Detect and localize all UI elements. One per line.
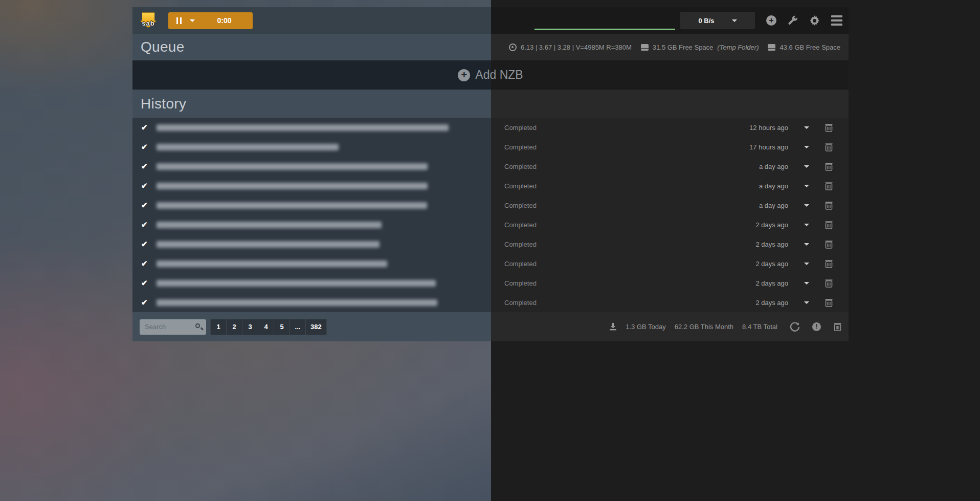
sab-logo[interactable]: sab xyxy=(139,11,158,30)
pause-button-group[interactable]: 0:00 xyxy=(168,12,253,29)
row-delete-button[interactable] xyxy=(825,298,849,307)
speed-limit-button[interactable]: 0 B/s xyxy=(680,12,755,29)
row-delete-button[interactable] xyxy=(825,240,849,249)
row-delete-button[interactable] xyxy=(825,201,849,210)
row-expand-button[interactable] xyxy=(788,185,825,187)
pagination-button-ellipsis[interactable]: ... xyxy=(290,319,306,335)
search-icon xyxy=(195,323,200,328)
history-rows: ✔ Completed 12 hours ago ✔ xyxy=(132,118,849,312)
pagination-button-1[interactable]: 1 xyxy=(211,319,227,335)
row-delete-button[interactable] xyxy=(825,143,849,151)
pause-timer[interactable]: 0:00 xyxy=(203,16,253,25)
server-stats: 6.13 | 3.67 | 3.28 | V=4985M R=380M xyxy=(509,43,632,51)
trash-icon xyxy=(825,123,833,132)
history-row: ✔ Completed a day ago xyxy=(132,157,849,176)
hamburger-icon xyxy=(831,15,842,17)
pagination-button-4[interactable]: 4 xyxy=(258,319,274,335)
pagination-button-3[interactable]: 3 xyxy=(242,319,258,335)
history-item-name-cell[interactable]: ✔ xyxy=(132,181,491,190)
history-item-status: Completed xyxy=(491,202,706,209)
row-expand-button[interactable] xyxy=(788,243,825,246)
history-item-status: Completed xyxy=(491,124,706,132)
row-delete-button[interactable] xyxy=(825,259,849,268)
stat-month: 62.2 GB This Month xyxy=(675,323,733,331)
row-expand-button[interactable] xyxy=(788,146,825,148)
history-item-status: Completed xyxy=(491,279,706,287)
history-item-name-cell[interactable]: ✔ xyxy=(132,162,491,171)
history-item-name-cell[interactable]: ✔ xyxy=(132,220,491,229)
history-row: ✔ Completed 2 days ago xyxy=(132,215,849,234)
redacted-item-title xyxy=(157,241,380,248)
history-item-status: Completed xyxy=(491,241,706,248)
history-item-name-cell[interactable]: ✔ xyxy=(132,123,491,132)
check-icon: ✔ xyxy=(141,162,148,171)
check-icon: ✔ xyxy=(141,259,148,268)
check-icon: ✔ xyxy=(141,298,148,307)
gear-icon xyxy=(809,15,820,26)
history-item-name-cell[interactable]: ✔ xyxy=(132,201,491,210)
status-wrench-button[interactable] xyxy=(788,15,798,26)
main-menu-button[interactable] xyxy=(831,15,842,26)
trash-icon xyxy=(825,201,833,210)
history-item-time: 2 days ago xyxy=(706,241,788,248)
queue-header: Queue 6.13 | 3.67 | 3.28 | V=4985M R=380… xyxy=(132,34,849,60)
row-expand-button[interactable] xyxy=(788,282,825,285)
caret-down-icon xyxy=(804,224,809,226)
hamburger-icon xyxy=(831,24,842,26)
caret-down-icon xyxy=(804,185,809,187)
queue-repair-button[interactable]: ! xyxy=(812,322,821,331)
sabnzbd-app: sab 0:00 0 B/s + xyxy=(132,7,849,341)
caret-down-icon xyxy=(804,263,809,265)
pause-toggle-button[interactable] xyxy=(168,12,203,29)
row-expand-button[interactable] xyxy=(788,126,825,129)
pagination-button-382[interactable]: 382 xyxy=(306,319,326,335)
caret-down-icon xyxy=(804,301,809,304)
add-nzb-url-input[interactable] xyxy=(534,15,675,30)
pagination-button-5[interactable]: 5 xyxy=(274,319,290,335)
stat-today: 1.3 GB Today xyxy=(626,323,666,331)
redacted-item-title xyxy=(157,280,436,287)
history-row: ✔ Completed 17 hours ago xyxy=(132,137,849,157)
history-item-time: 17 hours ago xyxy=(706,143,788,151)
redacted-item-title xyxy=(157,183,428,189)
history-item-name-cell[interactable]: ✔ xyxy=(132,259,491,268)
history-item-name-cell[interactable]: ✔ xyxy=(132,142,491,151)
history-item-time: a day ago xyxy=(706,182,788,190)
hamburger-icon xyxy=(831,19,842,21)
history-item-time: 2 days ago xyxy=(706,299,788,307)
history-item-status: Completed xyxy=(491,299,706,307)
caret-down-icon xyxy=(804,146,809,148)
search-button[interactable] xyxy=(195,323,203,331)
row-delete-button[interactable] xyxy=(825,162,849,171)
row-delete-button[interactable] xyxy=(825,123,849,132)
history-row: ✔ Completed 12 hours ago xyxy=(132,118,849,137)
row-expand-button[interactable] xyxy=(788,301,825,304)
add-nzb-drop-area[interactable]: + Add NZB xyxy=(132,60,849,90)
history-item-time: a day ago xyxy=(706,163,788,170)
caret-down-icon xyxy=(804,165,809,168)
history-item-status: Completed xyxy=(491,260,706,268)
check-icon: ✔ xyxy=(141,201,148,210)
trash-icon xyxy=(825,259,833,268)
purge-history-button[interactable] xyxy=(834,322,841,331)
redacted-item-title xyxy=(157,299,437,306)
history-item-name-cell[interactable]: ✔ xyxy=(132,278,491,288)
temp-folder-free-space: 31.5 GB Free Space (Temp Folder) xyxy=(641,43,759,51)
row-expand-button[interactable] xyxy=(788,165,825,168)
history-item-name-cell[interactable]: ✔ xyxy=(132,298,491,307)
row-expand-button[interactable] xyxy=(788,224,825,226)
row-delete-button[interactable] xyxy=(825,221,849,229)
history-item-name-cell[interactable]: ✔ xyxy=(132,239,491,249)
redacted-item-title xyxy=(157,163,428,170)
row-delete-button[interactable] xyxy=(825,279,849,288)
row-expand-button[interactable] xyxy=(788,204,825,207)
wrench-icon xyxy=(788,15,798,26)
refresh-button[interactable] xyxy=(790,322,799,332)
row-expand-button[interactable] xyxy=(788,263,825,265)
add-nzb-button[interactable]: + xyxy=(766,15,776,26)
hard-drive-icon xyxy=(768,44,775,51)
pagination-button-2[interactable]: 2 xyxy=(227,319,242,335)
stat-total: 8.4 TB Total xyxy=(742,323,777,331)
row-delete-button[interactable] xyxy=(825,182,849,190)
settings-gear-button[interactable] xyxy=(809,15,820,26)
